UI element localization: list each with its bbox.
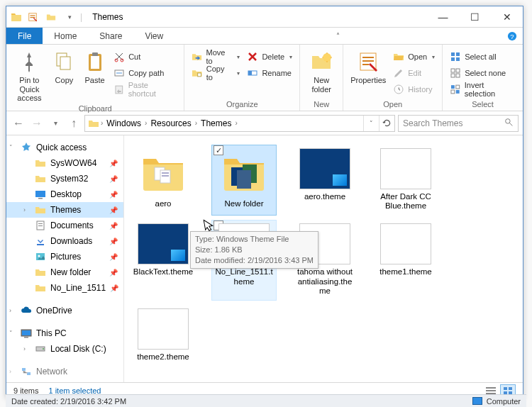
help-button[interactable]: ? xyxy=(501,28,523,44)
group-label-select: Select xyxy=(447,99,519,111)
nav-system32[interactable]: System32📌 xyxy=(6,171,123,186)
svg-rect-34 xyxy=(456,74,460,77)
file-item[interactable]: aero xyxy=(131,145,195,215)
rename-button[interactable]: Rename xyxy=(244,65,295,81)
svg-text:?: ? xyxy=(510,32,514,40)
ribbon: Pin to Quick access Copy Paste Cut Copy … xyxy=(6,45,523,111)
qat-customize-button[interactable]: ▾ xyxy=(62,9,77,25)
rename-label: Rename xyxy=(262,69,292,77)
copy-path-button[interactable]: Copy path xyxy=(111,65,179,81)
nav-newfolder[interactable]: New folder📌 xyxy=(6,264,123,280)
open-button[interactable]: Open▾ xyxy=(390,49,438,65)
nav-syswow64[interactable]: SysWOW64📌 xyxy=(6,155,123,171)
file-item[interactable]: After Dark CC Blue.theme xyxy=(374,145,438,215)
paste-shortcut-button[interactable]: Paste shortcut xyxy=(111,82,179,97)
tab-share[interactable]: Share xyxy=(88,28,133,44)
file-item[interactable]: theme2.theme xyxy=(131,306,195,366)
address-history-button[interactable]: ˅ xyxy=(363,116,379,131)
file-item[interactable]: theme1.theme xyxy=(374,221,438,300)
date-created-label: Date created: 2/19/2016 3:42 PM xyxy=(11,397,126,406)
cut-button[interactable]: Cut xyxy=(111,49,179,65)
crumb-1[interactable]: Resources xyxy=(148,118,193,128)
item-count: 9 items xyxy=(13,386,38,395)
close-button[interactable]: ✕ xyxy=(491,6,523,27)
refresh-button[interactable] xyxy=(379,116,394,131)
svg-rect-68 xyxy=(509,391,512,394)
group-label-open: Open xyxy=(348,99,438,111)
pin-quick-access-button[interactable]: Pin to Quick access xyxy=(11,49,48,103)
star-icon xyxy=(21,142,32,153)
file-item[interactable]: BlackText.theme xyxy=(131,221,195,300)
new-folder-button[interactable]: New folder xyxy=(304,49,338,94)
cloud-icon xyxy=(21,305,32,316)
file-item[interactable]: aero.theme xyxy=(293,145,357,215)
nav-quick-access[interactable]: ˅ Quick access xyxy=(6,140,123,155)
nav-network[interactable]: ›Network xyxy=(6,364,123,379)
delete-button[interactable]: Delete▾ xyxy=(244,49,295,65)
svg-rect-27 xyxy=(451,52,455,56)
maximize-button[interactable]: ☐ xyxy=(459,6,491,27)
select-none-button[interactable]: Select none xyxy=(447,65,519,81)
back-button[interactable]: ← xyxy=(11,116,26,131)
nav-local-disk[interactable]: ›Local Disk (C:) xyxy=(6,341,123,357)
tab-view[interactable]: View xyxy=(133,28,174,44)
theme-thumbnail xyxy=(380,223,431,264)
select-all-button[interactable]: Select all xyxy=(447,49,519,65)
address-bar[interactable]: › Windows › Resources › Themes › ˅ xyxy=(84,115,395,132)
svg-rect-16 xyxy=(248,71,252,75)
history-button[interactable]: History xyxy=(390,82,438,97)
qat-newfolder-button[interactable] xyxy=(43,9,59,25)
title-bar: ▾ | Themes — ☐ ✕ xyxy=(6,6,523,28)
tooltip: Type: Windows Theme File Size: 1.86 KB D… xyxy=(190,231,318,269)
svg-rect-67 xyxy=(504,391,507,394)
search-placeholder: Search Themes xyxy=(403,118,463,128)
selection-info: 1 item selected xyxy=(48,386,101,395)
file-name: aero xyxy=(155,199,171,208)
ribbon-collapse-button[interactable]: ˄ xyxy=(328,28,349,44)
forward-button[interactable]: → xyxy=(29,116,45,131)
expand-icon[interactable]: ˅ xyxy=(9,144,13,151)
nav-downloads[interactable]: Downloads📌 xyxy=(6,233,123,249)
nav-noline[interactable]: No_Line_1511📌 xyxy=(6,280,123,296)
minimize-button[interactable]: — xyxy=(427,6,459,27)
properties-button[interactable]: Properties xyxy=(348,49,389,85)
nav-documents[interactable]: Documents📌 xyxy=(6,218,123,233)
nav-pictures[interactable]: Pictures📌 xyxy=(6,249,123,264)
up-button[interactable]: ↑ xyxy=(66,116,82,131)
nav-this-pc[interactable]: ˅This PC xyxy=(6,325,123,341)
paste-button[interactable]: Paste xyxy=(80,49,109,85)
copy-button[interactable]: Copy xyxy=(50,49,79,85)
nav-themes[interactable]: ›Themes📌 xyxy=(6,202,123,218)
move-to-label: Move to xyxy=(206,48,232,65)
svg-rect-63 xyxy=(486,390,496,391)
crumb-0[interactable]: Windows xyxy=(104,118,143,128)
copy-to-button[interactable]: Copy to▾ xyxy=(189,65,243,81)
svg-rect-50 xyxy=(24,337,28,338)
folder-icon xyxy=(88,118,99,129)
file-item[interactable]: ✓ New folder xyxy=(212,145,276,215)
edit-button[interactable]: Edit xyxy=(390,65,438,81)
recent-locations-button[interactable]: ▾ xyxy=(48,116,63,131)
nav-desktop[interactable]: Desktop📌 xyxy=(6,186,123,202)
nav-onedrive[interactable]: ›OneDrive xyxy=(6,303,123,318)
open-label: Open xyxy=(408,52,427,61)
svg-rect-32 xyxy=(456,69,460,72)
ribbon-tabs: File Home Share View ˄ ? xyxy=(6,28,523,45)
ribbon-group-organize: Move to▾ Copy to▾ Delete▾ Rename Organiz… xyxy=(184,45,300,111)
search-box[interactable]: Search Themes xyxy=(398,115,519,132)
svg-rect-57 xyxy=(162,172,169,174)
svg-rect-2 xyxy=(31,17,35,18)
svg-rect-6 xyxy=(60,57,70,69)
file-name: After Dark CC Blue.theme xyxy=(375,192,436,211)
tab-home[interactable]: Home xyxy=(43,28,88,44)
move-to-button[interactable]: Move to▾ xyxy=(189,49,243,65)
file-list[interactable]: aero✓ New folderaero.themeAfter Dark CC … xyxy=(124,135,523,382)
invert-selection-button[interactable]: Invert selection xyxy=(447,82,519,97)
qat-properties-button[interactable] xyxy=(25,9,40,25)
crumb-2[interactable]: Themes xyxy=(199,118,233,128)
tooltip-date: Date modified: 2/19/2016 3:43 PM xyxy=(195,255,314,266)
svg-point-52 xyxy=(43,348,44,350)
folder-icon xyxy=(218,148,270,196)
svg-rect-30 xyxy=(456,57,460,61)
tab-file[interactable]: File xyxy=(6,28,43,44)
